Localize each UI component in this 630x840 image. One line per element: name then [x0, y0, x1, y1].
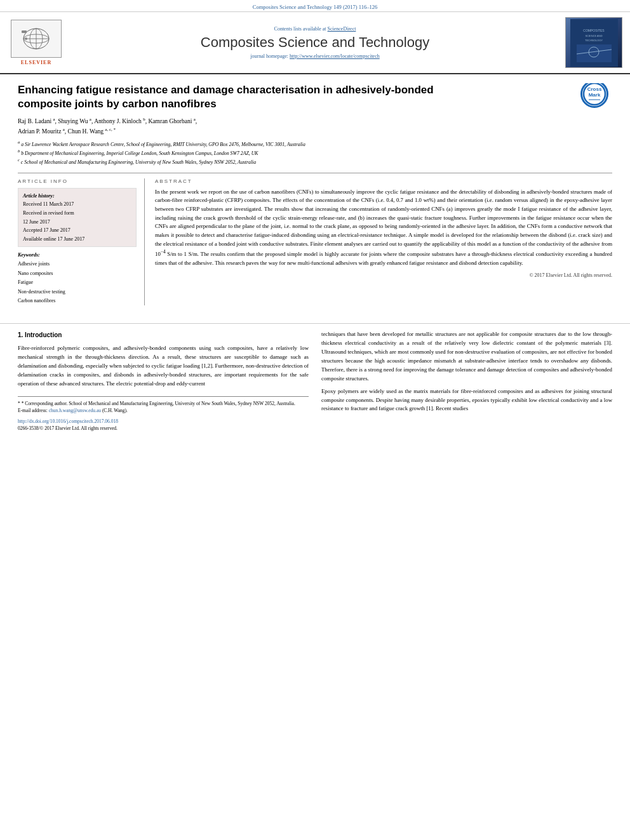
abstract-heading: ABSTRACT	[155, 178, 612, 184]
elsevier-brand-text: ELSEVIER	[21, 60, 51, 65]
article-title: Enhancing fatigue resistance and damage …	[18, 83, 450, 111]
article-area: Cross Mark Enhancing fatigue resistance …	[0, 74, 630, 314]
keywords-label: Keywords:	[18, 252, 137, 258]
oriented-word: oriented	[411, 206, 429, 212]
intro-right-text-1: techniques that have been developed for …	[321, 330, 612, 383]
abstract-column: ABSTRACT In the present work we report o…	[155, 178, 612, 306]
journal-ref-text: Composites Science and Technology 149 (2…	[253, 4, 377, 10]
footnote-area: * * Corresponding author. School of Mech…	[18, 396, 309, 433]
received-revised-date: 12 June 2017	[23, 219, 50, 225]
svg-text:COMPOSITES: COMPOSITES	[583, 29, 605, 32]
journal-header: ELSEVIER Contents lists available at Sci…	[0, 12, 630, 74]
svg-point-5	[25, 37, 27, 40]
elsevier-graphic	[20, 25, 52, 52]
journal-center-info: Contents lists available at ScienceDirec…	[65, 26, 565, 59]
article-info-abstract-section: ARTICLE INFO Article history: Received 1…	[18, 173, 612, 306]
copyright-notice: © 2017 Elsevier Ltd. All rights reserved…	[155, 272, 612, 278]
affiliation-a: a a Sir Lawrence Wackett Aerospace Resea…	[18, 142, 305, 147]
doi-link[interactable]: http://dx.doi.org/10.1016/j.compscitech.…	[18, 418, 118, 424]
article-info-heading: ARTICLE INFO	[18, 178, 137, 184]
introduction-area: 1. Introduction Fibre-reinforced polymer…	[0, 330, 630, 441]
intro-left-col: 1. Introduction Fibre-reinforced polymer…	[18, 330, 309, 432]
svg-text:Mark: Mark	[589, 92, 601, 98]
received-date: Received 11 March 2017	[23, 201, 74, 207]
footnote-email: E-mail address: chun.h.wang@unsw.edu.au …	[18, 407, 309, 415]
abstract-text: In the present work we report on the use…	[155, 188, 612, 268]
introduction-two-col: 1. Introduction Fibre-reinforced polymer…	[18, 330, 612, 432]
intro-left-text: Fibre-reinforced polymeric composites, a…	[18, 344, 309, 388]
keyword-5: Carbon nanofibres	[18, 297, 137, 305]
page: Composites Science and Technology 149 (2…	[0, 0, 630, 840]
intro-right-col: techniques that have been developed for …	[321, 330, 612, 432]
keyword-2: Nano composites	[18, 269, 137, 278]
article-history-box: Article history: Received 11 March 2017 …	[18, 188, 137, 248]
history-label: Article history:	[23, 193, 55, 199]
elsevier-logo-image	[11, 20, 62, 58]
elsevier-logo-area: ELSEVIER	[8, 20, 65, 65]
article-info-column: ARTICLE INFO Article history: Received 1…	[18, 178, 145, 306]
keywords-section: Keywords: Adhesive joints Nano composite…	[18, 252, 137, 305]
title-area: Cross Mark Enhancing fatigue resistance …	[18, 83, 612, 116]
svg-text:Cross: Cross	[587, 86, 602, 92]
journal-cover-thumbnail: COMPOSITES SCIENCE AND TECHNOLOGY	[565, 17, 622, 68]
section-divider	[0, 323, 630, 324]
keyword-1: Adhesive joints	[18, 260, 137, 269]
available-date: Available online 17 June 2017	[23, 236, 84, 242]
svg-rect-6	[22, 30, 27, 33]
svg-text:TECHNOLOGY: TECHNOLOGY	[584, 39, 602, 42]
cover-image-svg: COMPOSITES SCIENCE AND TECHNOLOGY	[570, 19, 618, 67]
footnote-issn: 0266-3538/© 2017 Elsevier Ltd. All right…	[18, 425, 309, 432]
authors-line: Raj B. Ladani a, Shuying Wu a, Anthony J…	[18, 116, 612, 136]
affiliation-c: c c School of Mechanical and Manufacturi…	[18, 159, 256, 165]
keyword-3: Fatigue	[18, 278, 137, 287]
received-revised-label: Received in revised form	[23, 210, 74, 216]
journal-title: Composites Science and Technology	[65, 34, 565, 51]
svg-text:SCIENCE AND: SCIENCE AND	[585, 34, 602, 37]
footnote-doi: http://dx.doi.org/10.1016/j.compscitech.…	[18, 418, 309, 425]
journal-homepage: journal homepage: http://www.elsevier.co…	[65, 53, 565, 59]
email-link[interactable]: chun.h.wang@unsw.edu.au	[49, 408, 101, 413]
affiliation-b: b b Department of Mechanical Engineering…	[18, 150, 258, 156]
crossmark-circle: Cross Mark	[580, 83, 608, 108]
sciencedirect-link[interactable]: ScienceDirect	[328, 26, 356, 32]
crossmark-badge: Cross Mark	[580, 83, 612, 112]
intro-right-text-2: Epoxy polymers are widely used as the ma…	[321, 387, 612, 414]
footnote-corresponding: * * Corresponding author. School of Mech…	[18, 400, 309, 408]
homepage-label: journal homepage:	[250, 53, 288, 59]
contents-label: Contents lists available at	[274, 26, 326, 32]
crossmark-icon: Cross Mark	[582, 83, 607, 106]
homepage-url[interactable]: http://www.elsevier.com/locate/compscite…	[290, 53, 380, 59]
sciencedirect-note: Contents lists available at ScienceDirec…	[65, 26, 565, 32]
affiliations: a a Sir Lawrence Wackett Aerospace Resea…	[18, 139, 612, 166]
accepted-date: Accepted 17 June 2017	[23, 227, 70, 233]
keyword-4: Non-destructive testing	[18, 288, 137, 297]
journal-reference-bar: Composites Science and Technology 149 (2…	[0, 0, 630, 12]
intro-section-title: 1. Introduction	[18, 330, 309, 340]
